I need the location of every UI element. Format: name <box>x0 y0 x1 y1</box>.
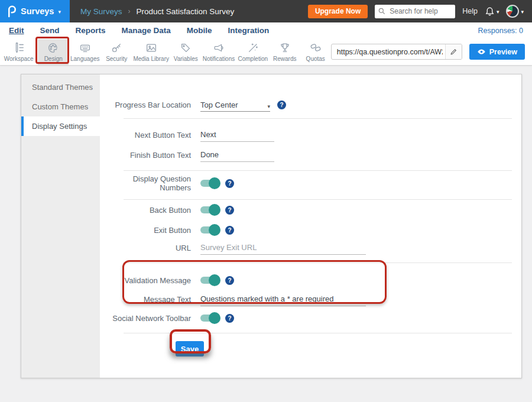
exit-button-row: Exit Button ? <box>100 221 521 239</box>
progress-bar-location-select[interactable]: Top Center ▾ <box>200 98 270 112</box>
save-button[interactable]: Save <box>176 341 204 356</box>
social-network-toolbar-label: Social Network Toolbar <box>100 314 191 323</box>
edit-toolbar: Workspace Design Languages Security Medi… <box>0 38 532 66</box>
chevron-down-icon: ▾ <box>521 9 524 15</box>
toolbar-item-security[interactable]: Security <box>101 39 132 65</box>
exit-button-toggle[interactable] <box>200 226 218 234</box>
palette-icon <box>47 41 60 54</box>
toolbar-separator <box>36 40 37 64</box>
pencil-icon <box>450 48 458 56</box>
section-divider <box>124 170 512 171</box>
wand-icon <box>246 41 259 54</box>
account-menu[interactable]: ▾ <box>506 5 524 18</box>
keyboard-icon <box>79 41 92 54</box>
toolbar-item-completion[interactable]: Completion <box>236 39 270 65</box>
exit-button-label: Exit Button <box>100 226 191 235</box>
validation-message-row: Validation Message ? <box>100 271 521 289</box>
exit-url-input[interactable] <box>200 241 366 255</box>
help-search <box>375 5 455 18</box>
help-icon[interactable]: ? <box>225 314 234 323</box>
trophy-icon <box>278 41 291 54</box>
message-text-label: Message Text <box>100 295 191 304</box>
toolbar-item-rewards[interactable]: Rewards <box>270 39 300 65</box>
display-question-numbers-row: Display Question Numbers ? <box>100 174 521 192</box>
finish-button-text-row: Finish Button Text <box>100 146 521 164</box>
links-icon <box>309 41 322 54</box>
tab-mobile[interactable]: Mobile <box>187 26 212 35</box>
breadcrumb-survey-title: Product Satisfaction Survey <box>137 7 235 16</box>
sidebar-item-standard-themes[interactable]: Standard Themes <box>21 77 100 97</box>
progress-bar-location-label: Progress Bar Location <box>100 100 191 109</box>
preview-button[interactable]: Preview <box>469 44 525 60</box>
message-text-input[interactable] <box>200 292 366 306</box>
nav-tabs: Edit Send Reports Manage Data Mobile Int… <box>9 26 269 35</box>
tab-integration[interactable]: Integration <box>228 26 270 35</box>
social-network-toolbar-row: Social Network Toolbar ? <box>100 309 521 327</box>
search-icon <box>378 7 386 15</box>
product-name: Surveys <box>21 7 54 16</box>
megaphone-icon <box>212 41 225 54</box>
next-button-text-row: Next Button Text <box>100 126 521 144</box>
display-question-numbers-label: Display Question Numbers <box>100 174 191 192</box>
key-icon <box>110 41 123 54</box>
back-button-row: Back Button ? <box>100 201 521 219</box>
toolbar-item-design[interactable]: Design <box>38 39 69 65</box>
responses-count[interactable]: Responses: 0 <box>478 27 523 35</box>
toolbar-item-quotas[interactable]: Quotas <box>300 39 331 65</box>
finish-button-text-input[interactable] <box>200 148 274 162</box>
help-icon[interactable]: ? <box>225 179 234 188</box>
survey-url-input[interactable] <box>332 48 445 56</box>
image-icon <box>145 41 158 54</box>
breadcrumb-separator-icon: › <box>128 7 131 15</box>
toolbar-item-notifications[interactable]: Notifications <box>201 39 236 65</box>
breadcrumb: My Surveys › Product Satisfaction Survey <box>80 7 234 16</box>
sidebar-item-custom-themes[interactable]: Custom Themes <box>21 97 100 116</box>
section-divider <box>124 262 512 263</box>
edit-url-button[interactable] <box>445 44 462 60</box>
product-switcher[interactable]: Surveys ▾ <box>0 0 70 22</box>
help-search-input[interactable] <box>375 5 455 18</box>
avatar <box>506 5 519 18</box>
survey-nav: Edit Send Reports Manage Data Mobile Int… <box>0 22 532 38</box>
chevron-down-icon: ▾ <box>58 9 61 15</box>
next-button-text-label: Next Button Text <box>100 131 191 140</box>
toolbar-item-workspace[interactable]: Workspace <box>2 39 35 65</box>
back-button-toggle[interactable] <box>200 206 218 213</box>
tab-edit[interactable]: Edit <box>9 26 24 35</box>
message-text-row: Message Text <box>100 290 521 308</box>
validation-message-toggle[interactable] <box>200 277 218 284</box>
toolbar-right: Preview <box>331 44 525 60</box>
toolbar-item-media-library[interactable]: Media Library <box>132 39 170 65</box>
upgrade-now-button[interactable]: Upgrade Now <box>308 5 368 18</box>
progress-bar-location-row: Progress Bar Location Top Center ▾ ? <box>100 96 521 114</box>
exit-url-row: URL <box>100 239 521 257</box>
chevron-down-icon: ▾ <box>497 9 499 15</box>
design-sidebar: Standard Themes Custom Themes Display Se… <box>21 74 100 378</box>
social-network-toolbar-toggle[interactable] <box>200 315 218 322</box>
toolbar-item-languages[interactable]: Languages <box>69 39 101 65</box>
sidebar-item-display-settings[interactable]: Display Settings <box>21 116 100 136</box>
breadcrumb-my-surveys[interactable]: My Surveys <box>80 7 122 16</box>
tag-icon <box>179 41 192 54</box>
workspace-icon <box>12 41 25 54</box>
tab-manage-data[interactable]: Manage Data <box>122 26 171 35</box>
questionpro-logo-icon <box>6 5 17 18</box>
header-actions: Upgrade Now Help ▾ ▾ <box>308 5 532 18</box>
survey-url-field <box>331 44 462 60</box>
help-icon[interactable]: ? <box>225 226 234 235</box>
display-question-numbers-toggle[interactable] <box>200 180 218 187</box>
toolbar-item-variables[interactable]: Variables <box>170 39 201 65</box>
next-button-text-input[interactable] <box>200 128 274 142</box>
help-link[interactable]: Help <box>462 7 478 15</box>
bell-icon <box>485 7 495 17</box>
section-divider <box>124 118 512 119</box>
chevron-down-icon: ▾ <box>267 103 270 109</box>
help-icon[interactable]: ? <box>225 206 234 215</box>
tab-reports[interactable]: Reports <box>76 26 106 35</box>
eye-icon <box>477 48 486 55</box>
display-settings-panel: Standard Themes Custom Themes Display Se… <box>21 74 522 378</box>
notifications-menu[interactable]: ▾ <box>485 7 499 17</box>
help-icon[interactable]: ? <box>277 100 286 109</box>
tab-send[interactable]: Send <box>40 26 60 35</box>
help-icon[interactable]: ? <box>225 276 234 285</box>
